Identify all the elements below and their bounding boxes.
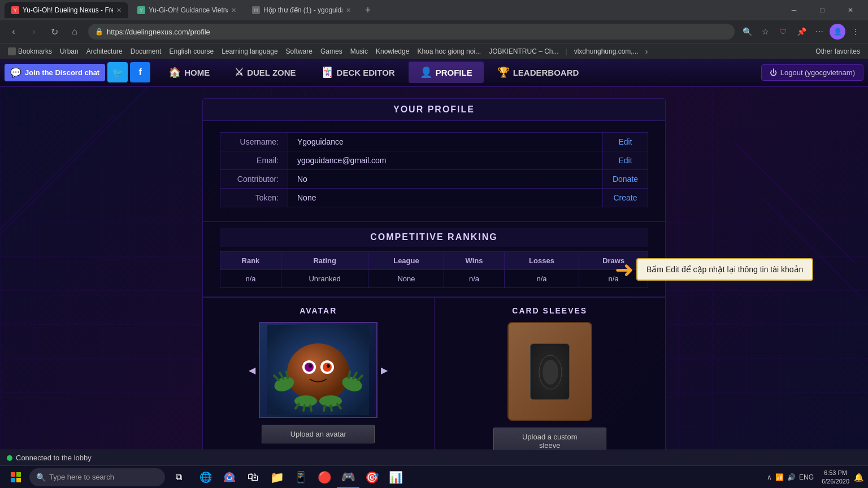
bookmark-other[interactable]: Other favorites <box>812 46 863 56</box>
taskbar-store-icon[interactable]: 🛍 <box>242 466 264 489</box>
taskbar-app8-icon[interactable]: 🎯 <box>361 466 383 489</box>
volume-icon[interactable]: 🔊 <box>787 473 796 481</box>
more-bookmarks-button[interactable]: › <box>645 47 648 56</box>
upload-avatar-button[interactable]: Upload an avatar <box>262 425 375 443</box>
profile-nav-label: Profile <box>436 68 472 77</box>
forward-button[interactable]: › <box>25 23 43 41</box>
svg-point-2 <box>287 343 349 402</box>
bookmark-architecture[interactable]: Architecture <box>83 46 126 56</box>
shield-icon[interactable]: 🛡 <box>775 24 791 40</box>
settings-icon[interactable]: ⋯ <box>811 24 827 40</box>
address-bar[interactable]: 🔒 https://duelingnexus.com/profile <box>88 24 735 40</box>
discord-button[interactable]: 💬 Join the Discord chat <box>5 64 105 81</box>
rating-header: Rating <box>281 252 368 270</box>
tooltip: ➜ Bấm Edit để cập nhật lại thông tin tài… <box>615 256 813 282</box>
avatar-next-button[interactable]: ▶ <box>377 363 391 377</box>
logout-icon: ⏻ <box>770 68 777 77</box>
bookmark-khoa[interactable]: Khoa hoc giong noi... <box>414 46 484 56</box>
taskbar-search[interactable]: 🔍 Type here to search <box>29 468 165 486</box>
start-button[interactable] <box>5 466 27 489</box>
taskbar-edge-icon[interactable]: 🌐 <box>194 466 217 489</box>
bookmark-learning[interactable]: Learning language <box>218 46 281 56</box>
new-tab-button[interactable]: + <box>360 2 376 18</box>
minimize-button[interactable]: ─ <box>781 0 807 20</box>
bookmark-music[interactable]: Music <box>347 46 371 56</box>
windows-icon <box>11 472 21 482</box>
tab-3[interactable]: H Hộp thư đến (1) - ygoguidance... ✕ <box>245 2 358 18</box>
taskbar-right: ∧ 📶 🔊 ENG 6:53 PM 6/26/2020 🔔 <box>763 469 863 485</box>
svg-rect-29 <box>11 478 15 482</box>
maximize-button[interactable]: □ <box>809 0 835 20</box>
refresh-button[interactable]: ↻ <box>45 23 63 41</box>
wins-header: Wins <box>444 252 504 270</box>
tab-2-close[interactable]: ✕ <box>231 7 236 14</box>
chevron-up-icon[interactable]: ∧ <box>767 473 772 481</box>
nav-home[interactable]: 🏠 Home <box>157 62 221 83</box>
deck-nav-label: Deck Editor <box>337 68 395 77</box>
taskbar: 🔍 Type here to search ⧉ 🌐 🛍 📁 📱 🔴 🎮 🎯 📊 … <box>0 465 868 488</box>
nav-deck-editor[interactable]: 🃏 Deck Editor <box>310 62 406 83</box>
taskbar-explorer-icon[interactable]: 📁 <box>266 466 288 489</box>
create-token-button[interactable]: Create <box>603 189 648 207</box>
taskbar-ppt-icon[interactable]: 📊 <box>384 466 407 489</box>
ranking-title: COMPETITIVE RANKING <box>220 228 648 247</box>
sleeve-design <box>531 344 570 400</box>
star-icon[interactable]: ☆ <box>757 24 773 40</box>
bk-label-music: Music <box>350 47 368 55</box>
tab-2[interactable]: Y Yu-Gi-Oh! Guidance Vietnam - T... ✕ <box>131 2 243 18</box>
nav-leaderboard[interactable]: 🏆 Leaderboard <box>486 62 591 83</box>
taskbar-app7-icon[interactable]: 🎮 <box>337 466 359 489</box>
home-button[interactable]: ⌂ <box>66 23 84 41</box>
network-icon[interactable]: 📶 <box>775 473 784 481</box>
bookmark-document[interactable]: Document <box>127 46 165 56</box>
bookmark-knowledge[interactable]: Knowledge <box>372 46 413 56</box>
tab-favicon-2: Y <box>137 6 145 14</box>
pin-icon[interactable]: 📌 <box>793 24 809 40</box>
bookmark-bookmarks[interactable]: Bookmarks <box>5 46 55 56</box>
clock-date: 6/26/2020 <box>822 477 849 485</box>
username-edit-button[interactable]: Edit <box>603 133 648 151</box>
discord-label: Join the Discord chat <box>25 68 99 77</box>
back-button[interactable]: ‹ <box>5 23 23 41</box>
bookmark-vlxd[interactable]: vlxdhunghung.com,... <box>571 46 642 56</box>
game-nav-left: 💬 Join the Discord chat 🐦 f <box>5 62 150 82</box>
tab-label: Yu-Gi-Oh! Dueling Nexus - Free... <box>23 6 113 14</box>
tab-close[interactable]: ✕ <box>116 7 121 14</box>
deck-icon: 🃏 <box>321 66 333 79</box>
twitter-button[interactable]: 🐦 <box>107 62 128 82</box>
tab-favicon: Y <box>11 6 19 14</box>
avatar-section: AVATAR ◀ <box>203 298 435 463</box>
svg-rect-28 <box>16 472 21 477</box>
search-icon[interactable]: 🔍 <box>739 24 755 40</box>
close-button[interactable]: ✕ <box>837 0 863 20</box>
bookmark-software[interactable]: Software <box>283 46 316 56</box>
bookmark-urban[interactable]: Urban <box>57 46 82 56</box>
taskbar-viber-icon[interactable]: 📱 <box>289 466 312 489</box>
tab-active[interactable]: Y Yu-Gi-Oh! Dueling Nexus - Free... ✕ <box>5 2 128 18</box>
donate-button[interactable]: Donate <box>603 170 648 189</box>
taskview-button[interactable]: ⧉ <box>167 466 190 489</box>
svg-line-23 <box>331 406 332 411</box>
email-edit-button[interactable]: Edit <box>603 151 648 170</box>
losses-value: n/a <box>504 270 579 288</box>
nav-duel-zone[interactable]: ⚔ Duel Zone <box>223 62 307 83</box>
svg-rect-27 <box>11 472 15 477</box>
notification-icon[interactable]: 🔔 <box>854 473 863 482</box>
bookmark-english-course[interactable]: English course <box>166 46 217 56</box>
token-value: None <box>288 189 603 207</box>
menu-button[interactable]: ⋮ <box>848 24 863 40</box>
main-content: YOUR PROFILE Username: Ygoguidance Edit … <box>0 87 868 465</box>
bookmark-job[interactable]: JOBKIENTRUC – Ch... <box>485 46 562 56</box>
system-clock[interactable]: 6:53 PM 6/26/2020 <box>822 469 849 485</box>
profile-avatar[interactable]: 👤 <box>830 24 845 40</box>
facebook-button[interactable]: f <box>130 62 150 82</box>
taskbar-app6-icon[interactable]: 🔴 <box>313 466 336 489</box>
bookmark-games[interactable]: Games <box>317 46 346 56</box>
svg-line-20 <box>303 406 305 411</box>
nav-profile[interactable]: 👤 Profile <box>409 62 484 83</box>
taskbar-chrome-icon[interactable] <box>218 466 241 489</box>
rating-value: Unranked <box>281 270 368 288</box>
tab-3-close[interactable]: ✕ <box>346 7 351 14</box>
logout-button[interactable]: ⏻ Logout (ygocgvietnam) <box>761 64 863 81</box>
avatar-prev-button[interactable]: ◀ <box>245 363 259 377</box>
